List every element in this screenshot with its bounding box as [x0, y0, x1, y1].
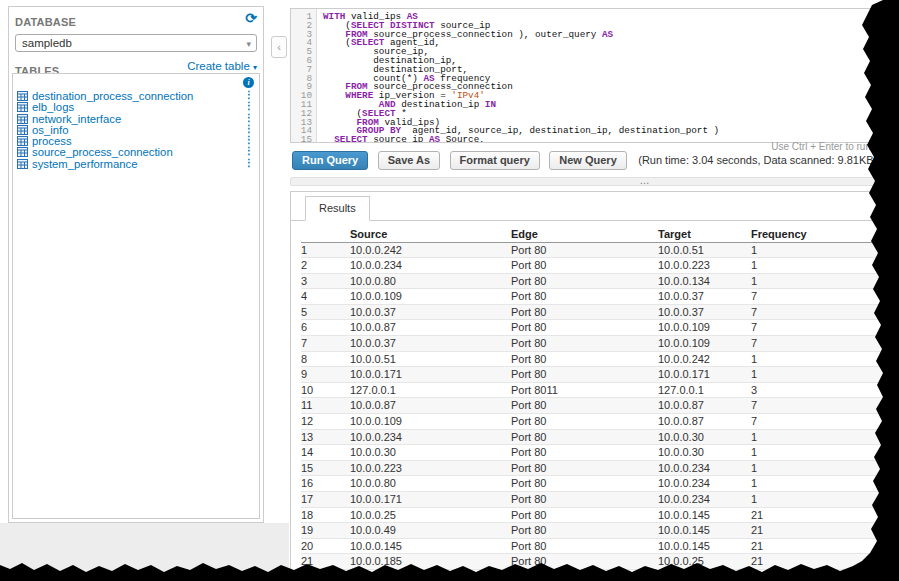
row-number-cell: 10 [301, 382, 350, 398]
result-cell: Port 80 [511, 320, 658, 336]
result-cell: Port 80 [511, 445, 658, 461]
result-cell: Port 80 [511, 554, 658, 570]
line-number: 3 [291, 31, 316, 40]
result-cell: 1 [751, 273, 889, 289]
result-cell: 10.0.0.109 [350, 289, 511, 305]
result-cell: 10.0.0.80 [350, 273, 511, 289]
results-row: 1210.0.0.109Port 8010.0.0.877 [301, 414, 889, 430]
result-cell: Port 80 [511, 242, 658, 258]
row-number-cell: 14 [301, 445, 350, 461]
row-number-cell: 16 [301, 476, 350, 492]
format-query-button[interactable]: Format query [450, 151, 540, 170]
result-cell: 1 [751, 242, 889, 258]
run-query-button[interactable]: Run Query [292, 151, 368, 170]
result-cell: 10.0.0.171 [350, 492, 511, 508]
line-number: 4 [291, 39, 316, 48]
save-as-button[interactable]: Save As [378, 151, 440, 170]
row-number-cell: 7 [301, 336, 350, 352]
results-row: 2010.0.0.145Port 8010.0.0.14521 [301, 538, 889, 554]
result-cell: 10.0.0.234 [658, 476, 751, 492]
collapse-sidebar-button[interactable]: ‹ [271, 36, 287, 58]
kebab-menu-icon[interactable]: ⋮ [244, 134, 254, 145]
result-cell: 10.0.0.25 [350, 569, 511, 581]
tab-results[interactable]: Results [305, 196, 370, 221]
database-select-value: sampledb [22, 37, 72, 49]
line-number: 1 [291, 13, 316, 22]
result-cell: 1 [751, 258, 889, 274]
results-row: 1310.0.0.234Port 8010.0.0.301 [301, 429, 889, 445]
database-select[interactable]: sampledb ▾ [15, 34, 257, 52]
result-cell: 1 [751, 460, 889, 476]
result-cell: 1 [751, 351, 889, 367]
result-cell: 10.0.0.49 [350, 523, 511, 539]
create-table-link[interactable]: Create table ▾ [187, 60, 257, 72]
result-cell: 10.0.0.109 [350, 414, 511, 430]
result-cell: 10.0.0.171 [350, 367, 511, 383]
panel-resize-handle[interactable]: … [290, 177, 899, 186]
result-cell: 7 [751, 336, 889, 352]
row-number-cell: 8 [301, 351, 350, 367]
results-rownum-header [301, 226, 350, 242]
row-number-cell: 1 [301, 242, 350, 258]
results-table: SourceEdgeTargetFrequency 110.0.0.242Por… [301, 226, 889, 581]
result-cell: 10.0.0.145 [658, 523, 751, 539]
result-cell: 10.0.0.51 [658, 242, 751, 258]
editor-code-area[interactable]: WITH valid_ips AS (SELECT DISTINCT sourc… [318, 9, 898, 142]
result-cell: 21 [751, 538, 889, 554]
results-column-header: Edge [511, 226, 658, 242]
result-cell: 10.0.0.87 [658, 398, 751, 414]
result-cell: 10.0.0.145 [658, 538, 751, 554]
results-row: 610.0.0.87Port 8010.0.0.1097 [301, 320, 889, 336]
sql-editor[interactable]: 123456789101112131415 WITH valid_ips AS … [290, 8, 899, 143]
line-number: 15 [291, 136, 316, 143]
result-cell: Port 80 [511, 273, 658, 289]
results-row: 810.0.0.51Port 8010.0.0.2421 [301, 351, 889, 367]
results-row: 2110.0.0.185Port 8010.0.0.2521 [301, 554, 889, 570]
result-cell: Port 80 [511, 492, 658, 508]
result-cell: 7 [751, 289, 889, 305]
result-cell: 10.0.0.87 [350, 320, 511, 336]
kebab-menu-icon[interactable]: ⋮ [244, 123, 254, 134]
result-cell: 10.0.0.37 [350, 304, 511, 320]
result-cell: 10.0.0.51 [350, 351, 511, 367]
kebab-menu-icon[interactable]: ⋮ [244, 145, 254, 156]
result-cell: 1 [751, 445, 889, 461]
line-number: 8 [291, 75, 316, 84]
row-number-cell: 3 [301, 273, 350, 289]
row-number-cell: 21 [301, 554, 350, 570]
result-cell: 10.0.0.242 [350, 242, 511, 258]
info-icon[interactable]: i [243, 77, 254, 88]
result-cell: 10.0.0.87 [658, 414, 751, 430]
kebab-menu-icon[interactable]: ⋮ [244, 157, 254, 168]
result-cell: 7 [751, 398, 889, 414]
result-cell: 1 [751, 476, 889, 492]
kebab-menu-icon[interactable]: ⋮ [244, 89, 254, 100]
row-number-cell: 22 [301, 569, 350, 581]
refresh-icon[interactable]: ⟳ [245, 10, 257, 26]
results-panel: Results SourceEdgeTargetFrequency 110.0.… [290, 191, 899, 581]
page-background-strip [0, 523, 289, 581]
table-link[interactable]: system_performance [32, 158, 137, 170]
result-cell: Port 80 [511, 414, 658, 430]
row-number-cell: 18 [301, 507, 350, 523]
result-cell: 1 [751, 429, 889, 445]
result-cell: Port 80 [511, 569, 658, 581]
result-cell: 10.0.0.37 [658, 304, 751, 320]
kebab-menu-icon[interactable]: ⋮ [244, 112, 254, 123]
line-number: 5 [291, 48, 316, 57]
sidebar-table-item: process⋮ [17, 134, 257, 145]
results-row: 1110.0.0.87Port 8010.0.0.877 [301, 398, 889, 414]
line-number: 6 [291, 57, 316, 66]
results-row: 110.0.0.242Port 8010.0.0.511 [301, 242, 889, 258]
result-cell: 10.0.0.145 [658, 507, 751, 523]
kebab-menu-icon[interactable]: ⋮ [244, 100, 254, 111]
result-cell: 10.0.0.25 [350, 507, 511, 523]
results-tabbar: Results [291, 192, 898, 221]
new-query-button[interactable]: New Query [549, 151, 626, 170]
results-column-header: Frequency [751, 226, 889, 242]
database-sidebar: DATABASE ⟳ sampledb ▾ TABLES Create tabl… [8, 6, 264, 523]
result-cell: Port 80 [511, 367, 658, 383]
result-cell: 10.0.0.185 [350, 554, 511, 570]
result-cell: Port 80 [511, 429, 658, 445]
results-column-header: Target [658, 226, 751, 242]
